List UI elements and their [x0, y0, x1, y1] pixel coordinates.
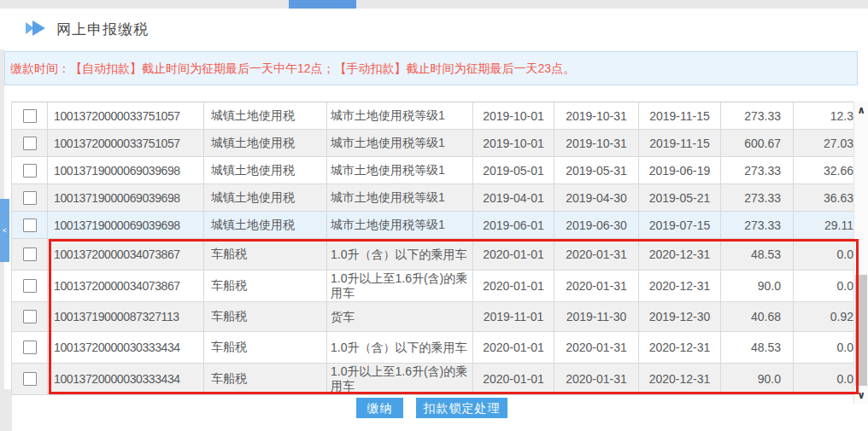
cell-tax-item: 货车: [327, 302, 473, 331]
cell-due-date: 2019-12-30: [639, 302, 721, 331]
cell-declaration-id: 10013720000033751057: [48, 102, 204, 129]
table-row[interactable]: 10013719000087327113车船税货车2019-11-012019-…: [12, 302, 868, 332]
table-row[interactable]: 10013720000030333434车船税1.0升以上至1.6升(含)的乘用…: [12, 364, 868, 395]
sidebar-collapse-tab[interactable]: <: [0, 199, 9, 262]
page-header: 网上申报缴税: [0, 9, 868, 50]
pay-button[interactable]: 缴纳: [356, 398, 403, 418]
cell-tax-type: 城镇土地使用税: [204, 212, 327, 238]
table-row[interactable]: 10013720000034073867车船税1.0升（含）以下的乘用车2020…: [12, 239, 868, 271]
cell-period-start: 2020-01-01: [473, 239, 554, 270]
cell-period-end: 2019-04-30: [554, 184, 639, 211]
cell-declaration-id: 10013720000030333434: [48, 364, 204, 394]
row-checkbox[interactable]: [23, 218, 37, 232]
cell-declaration-id: 10013720000034073867: [48, 239, 204, 270]
row-checkbox[interactable]: [23, 191, 37, 205]
cell-tax-item: 1.0升（含）以下的乘用车: [327, 239, 473, 270]
cell-declaration-id: 10013719000087327113: [48, 302, 204, 331]
cell-tax-amount: 273.33: [721, 184, 794, 211]
cell-tax-amount: 48.53: [721, 239, 794, 270]
cell-period-end: 2020-01-31: [554, 332, 639, 363]
cell-tax-item: 城市土地使用税等级1: [327, 130, 473, 156]
table-row[interactable]: 10013720000030333434车船税1.0升（含）以下的乘用车2020…: [12, 332, 868, 364]
page-title: 网上申报缴税: [56, 20, 149, 39]
cell-checkbox: [12, 184, 48, 211]
cell-tax-type: 车船税: [204, 364, 327, 394]
cell-tax-type: 车船税: [204, 302, 327, 331]
row-checkbox[interactable]: [23, 341, 37, 354]
scrollbar-thumb[interactable]: [855, 275, 867, 386]
cell-tax-amount: 90.0: [721, 364, 794, 394]
cell-due-date: 2019-11-15: [639, 130, 721, 156]
cell-period-start: 2020-01-01: [473, 364, 554, 394]
cell-declaration-id: 10013719000069039698: [48, 212, 204, 238]
cell-tax-item: 1.0升以上至1.6升(含)的乘用车: [327, 364, 473, 394]
cell-tax-item: 1.0升（含）以下的乘用车: [327, 332, 473, 363]
cell-checkbox: [12, 364, 48, 394]
cell-declaration-id: 10013719000069039698: [48, 184, 204, 211]
cell-tax-item: 1.0升以上至1.6升(含)的乘用车: [327, 271, 473, 301]
cell-period-start: 2020-01-01: [473, 332, 554, 363]
table-row[interactable]: 10013720000033751057城镇土地使用税城市土地使用税等级1201…: [12, 102, 868, 130]
deduction-lock-button[interactable]: 扣款锁定处理: [416, 398, 507, 418]
cell-checkbox: [12, 271, 48, 301]
cell-due-date: 2019-06-19: [639, 157, 721, 183]
top-partial-button[interactable]: [289, 0, 356, 9]
top-window-strip: [0, 0, 868, 9]
cell-tax-type: 城镇土地使用税: [204, 102, 327, 129]
cell-tax-type: 车船税: [204, 332, 327, 363]
cell-due-date: 2020-12-31: [639, 332, 721, 363]
cell-period-end: 2019-05-31: [554, 157, 639, 183]
cell-tax-amount: 600.67: [721, 130, 794, 156]
row-checkbox[interactable]: [23, 248, 37, 261]
payment-deadline-notice: 缴款时间：【自动扣款】截止时间为征期最后一天中午12点；【手动扣款】截止时间为征…: [4, 51, 858, 85]
cell-tax-amount: 273.33: [721, 212, 794, 238]
cell-tax-item: 城市土地使用税等级1: [327, 102, 473, 129]
row-checkbox[interactable]: [23, 164, 37, 178]
cell-tax-type: 车船税: [204, 271, 327, 301]
cell-tax-type: 车船税: [204, 239, 327, 270]
row-checkbox[interactable]: [23, 372, 37, 386]
cell-period-end: 2019-06-30: [554, 212, 639, 238]
cell-period-start: 2019-10-01: [473, 102, 554, 129]
cell-period-start: 2019-10-01: [473, 130, 554, 156]
cell-tax-amount: 48.53: [721, 332, 794, 363]
cell-period-end: 2020-01-31: [554, 364, 639, 394]
cell-checkbox: [12, 157, 48, 183]
table-row[interactable]: 10013720000034073867车船税1.0升以上至1.6升(含)的乘用…: [12, 271, 868, 302]
cell-period-start: 2019-04-01: [473, 184, 554, 211]
double-arrow-icon: [26, 20, 50, 37]
cell-checkbox: [12, 102, 48, 129]
row-checkbox[interactable]: [23, 279, 37, 293]
cell-tax-item: 城市土地使用税等级1: [327, 157, 473, 183]
cell-declaration-id: 10013719000069039698: [48, 157, 204, 183]
cell-declaration-id: 10013720000034073867: [48, 271, 204, 301]
scroll-up-icon[interactable]: ∧: [854, 102, 868, 119]
scroll-down-icon[interactable]: ∨: [854, 387, 868, 404]
table-row[interactable]: 10013719000069039698城镇土地使用税城市土地使用税等级1201…: [12, 157, 868, 184]
table-row[interactable]: 10013719000069039698城镇土地使用税城市土地使用税等级1201…: [12, 184, 868, 212]
row-checkbox[interactable]: [23, 137, 37, 150]
cell-tax-amount: 40.68: [721, 302, 794, 331]
cell-tax-amount: 90.0: [721, 271, 794, 301]
cell-period-end: 2019-10-31: [554, 102, 639, 129]
cell-due-date: 2020-12-31: [639, 239, 721, 270]
row-checkbox[interactable]: [23, 310, 37, 323]
table-row[interactable]: 10013719000069039698城镇土地使用税城市土地使用税等级1201…: [12, 212, 868, 239]
cell-tax-item: 城市土地使用税等级1: [327, 212, 473, 238]
cell-period-end: 2020-01-31: [554, 271, 639, 301]
cell-declaration-id: 10013720000033751057: [48, 130, 204, 156]
cell-checkbox: [12, 212, 48, 238]
cell-due-date: 2019-11-15: [639, 102, 721, 129]
vertical-scrollbar[interactable]: ∧ ∨: [853, 102, 868, 404]
table-row[interactable]: 10013720000033751057城镇土地使用税城市土地使用税等级1201…: [12, 130, 868, 157]
cell-tax-type: 城镇土地使用税: [204, 157, 327, 183]
cell-tax-type: 城镇土地使用税: [204, 184, 327, 211]
cell-period-end: 2019-11-30: [554, 302, 639, 331]
cell-period-end: 2020-01-31: [554, 239, 639, 270]
cell-checkbox: [12, 130, 48, 156]
row-checkbox[interactable]: [23, 109, 37, 123]
cell-checkbox: [12, 302, 48, 331]
cell-period-end: 2019-10-31: [554, 130, 639, 156]
cell-due-date: 2019-07-15: [639, 212, 721, 238]
cell-checkbox: [12, 239, 48, 270]
